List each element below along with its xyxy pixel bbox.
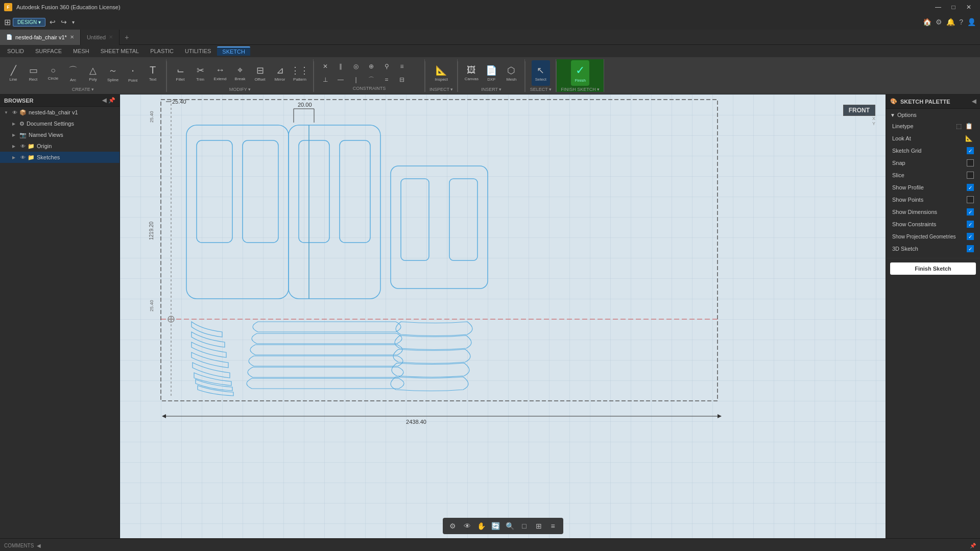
snap-control[interactable] [967, 159, 974, 166]
options-section-header[interactable]: ▼ Options [890, 112, 976, 118]
tool-fillet[interactable]: ⌙Fillet [171, 60, 189, 86]
vp-tool-orbit[interactable]: 🔄 [490, 520, 502, 532]
origin-eye[interactable]: 👁 [20, 143, 26, 149]
tool-extend[interactable]: ↔Extend [211, 60, 229, 86]
finish-sketch-ribbon-btn[interactable]: ✓ Finish [571, 60, 589, 86]
show-dimensions-checkbox[interactable] [967, 208, 974, 215]
home-icon[interactable]: 🏠 [923, 18, 931, 26]
tool-break[interactable]: ⌖Break [231, 60, 249, 86]
ribbon-tab-sketch[interactable]: SKETCH [217, 46, 250, 56]
linetype-btn-1[interactable]: ⬚ [953, 121, 964, 131]
browser-item-doc-settings[interactable]: ▶ ⚙ Document Settings [0, 118, 119, 129]
vp-tool-menu[interactable]: ≡ [547, 520, 559, 532]
tool-perp[interactable]: ⊥ [318, 74, 332, 85]
ribbon-tab-mesh[interactable]: MESH [68, 47, 94, 55]
tool-circle[interactable]: ○Circle [44, 60, 62, 86]
tool-vert[interactable]: | [349, 74, 363, 85]
show-constraints-control[interactable] [967, 221, 974, 228]
comments-expand-icon[interactable]: ◀ [37, 543, 41, 548]
tool-insert-img[interactable]: 🖼Canvas [462, 60, 481, 86]
tool-rect[interactable]: ▭Rect [24, 60, 42, 86]
user-icon[interactable]: 👤 [967, 18, 976, 26]
ribbon-tab-sheetmetal[interactable]: SHEET METAL [95, 47, 144, 55]
sketch-grid-control[interactable] [967, 147, 974, 154]
tool-insert-mesh[interactable]: ⬡Mesh [502, 60, 520, 86]
close-button[interactable]: ✕ [962, 2, 976, 12]
tab-nested-fab[interactable]: 📄 nested-fab_chair v1* ✕ [0, 30, 81, 45]
tool-coincident[interactable]: ✕ [318, 60, 332, 73]
tool-offset[interactable]: ⊟Offset [251, 60, 269, 86]
vp-tool-zoom[interactable]: 🔍 [504, 520, 516, 532]
app-grid-icon[interactable]: ⊞ [4, 17, 11, 27]
tool-fix[interactable]: ⚲ [379, 60, 394, 73]
design-selector[interactable]: DESIGN ▾ [13, 18, 45, 27]
redo-button[interactable]: ↪ [59, 18, 69, 26]
show-projected-control[interactable] [967, 233, 974, 240]
linetype-btn-2[interactable]: 📋 [964, 121, 974, 131]
ribbon-tab-utilities[interactable]: UTILITIES [180, 47, 216, 55]
show-projected-checkbox[interactable] [967, 233, 974, 240]
show-dimensions-control[interactable] [967, 208, 974, 215]
ribbon-tab-surface[interactable]: SURFACE [30, 47, 67, 55]
tool-horiz[interactable]: — [333, 74, 348, 85]
sketches-eye[interactable]: 👁 [20, 155, 26, 160]
tab-untitled[interactable]: Untitled ✕ [81, 30, 119, 45]
show-points-control[interactable] [967, 196, 974, 203]
browser-pin-icon[interactable]: 📌 [108, 97, 115, 104]
palette-expand-icon[interactable]: ◀ [972, 98, 976, 105]
viewport[interactable]: 20.00 25.40 1219.20 25.40 25.40 [120, 94, 886, 538]
vp-tool-grid[interactable]: ⊞ [533, 520, 545, 532]
settings-icon[interactable]: ⚙ [936, 18, 942, 26]
tool-symm[interactable]: ⊟ [395, 74, 409, 85]
root-eye[interactable]: 👁 [12, 110, 17, 115]
slice-checkbox[interactable] [967, 172, 974, 179]
browser-item-sketches[interactable]: ▶ 👁 📁 Sketches [0, 152, 119, 163]
help-icon[interactable]: ? [959, 18, 963, 26]
comments-pin-icon[interactable]: 📌 [970, 543, 976, 548]
sketch-grid-checkbox[interactable] [967, 147, 974, 154]
history-dropdown[interactable]: ▾ [70, 18, 77, 26]
maximize-button[interactable]: □ [946, 2, 961, 12]
browser-item-origin[interactable]: ▶ 👁 📁 Origin [0, 140, 119, 152]
tab-add-button[interactable]: + [119, 33, 134, 41]
3d-sketch-checkbox[interactable] [967, 245, 974, 252]
notifications-icon[interactable]: 🔔 [946, 18, 955, 26]
slice-control[interactable] [967, 172, 974, 179]
3d-sketch-control[interactable] [967, 245, 974, 252]
finish-sketch-button[interactable]: Finish Sketch [890, 262, 976, 275]
tool-concentric[interactable]: ◎ [349, 60, 363, 73]
tool-insert-dxf[interactable]: 📄DXF [482, 60, 500, 86]
vp-tool-eye[interactable]: 👁 [461, 520, 473, 532]
tool-collinear[interactable]: ∥ [333, 60, 348, 73]
vp-tool-hand[interactable]: ✋ [475, 520, 488, 532]
show-constraints-checkbox[interactable] [967, 221, 974, 228]
tab-close-0[interactable]: ✕ [70, 34, 74, 40]
tool-midpoint[interactable]: ⊕ [364, 60, 378, 73]
tool-pattern[interactable]: ⋮⋮Pattern [291, 60, 309, 86]
show-points-checkbox[interactable] [967, 196, 974, 203]
tool-polygon[interactable]: △Poly [84, 60, 102, 86]
tool-line[interactable]: ╱Line [4, 60, 22, 86]
tool-tangent[interactable]: ⌒ [364, 74, 378, 85]
vp-tool-box[interactable]: □ [518, 520, 531, 532]
tool-point[interactable]: ·Point [124, 60, 142, 86]
undo-button[interactable]: ↩ [47, 18, 58, 26]
browser-collapse-icon[interactable]: ◀ [102, 97, 106, 104]
show-profile-checkbox[interactable] [967, 184, 974, 191]
snap-checkbox[interactable] [967, 159, 974, 166]
tool-arc[interactable]: ⌒Arc [64, 60, 82, 86]
ribbon-tab-solid[interactable]: SOLID [2, 47, 29, 55]
browser-item-root[interactable]: ▼ 👁 📦 nested-fab_chair v1 [0, 107, 119, 118]
tool-inspect[interactable]: 📐Inspect [432, 60, 450, 86]
browser-item-named-views[interactable]: ▶ 📷 Named Views [0, 129, 119, 140]
tool-text[interactable]: TText [144, 60, 162, 86]
show-profile-control[interactable] [967, 184, 974, 191]
tool-equal[interactable]: = [379, 74, 394, 85]
tool-mirror[interactable]: ⊿Mirror [271, 60, 289, 86]
lookat-btn[interactable]: 📐 [964, 133, 974, 143]
minimize-button[interactable]: — [931, 2, 945, 12]
tool-trim[interactable]: ✂Trim [191, 60, 209, 86]
vp-tool-settings[interactable]: ⚙ [447, 520, 459, 532]
tool-spline[interactable]: ～Spline [104, 60, 122, 86]
tool-select[interactable]: ↖Select [532, 60, 550, 86]
